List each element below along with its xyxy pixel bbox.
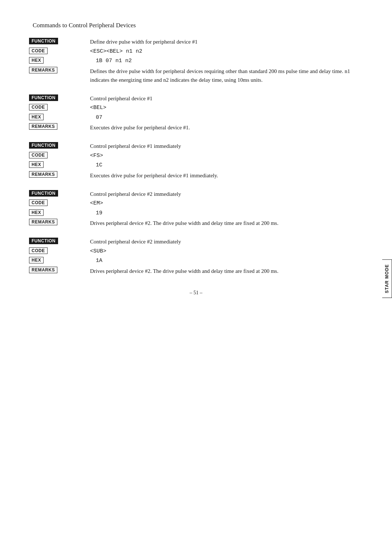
hex-text-4: 19 [87,209,363,218]
remarks-text-2: Executes drive pulse for peripheral devi… [87,123,363,132]
function-row-4: FUNCTION Control peripheral device #2 im… [29,190,363,198]
remarks-text-5: Drives peripheral device #2. The drive p… [87,267,363,275]
hex-label-3: HEX [29,161,44,168]
function-row-1: FUNCTION Define drive pulse width for pe… [29,38,363,46]
hex-label-2: HEX [29,114,44,120]
hex-row-4: HEX 19 [29,209,363,218]
code-row-5: CODE <SUB> [29,247,363,256]
hex-label-5: HEX [29,257,44,263]
remarks-row-4: REMARKS Drives peripheral device #2. The… [29,219,363,227]
hex-label-1: HEX [29,57,44,64]
code-label-2: CODE [29,104,48,110]
commands-container: FUNCTION Define drive pulse width for pe… [29,38,363,275]
hex-row-2: HEX 07 [29,114,363,122]
remarks-row-1: REMARKS Defines the drive pulse width fo… [29,67,363,84]
remarks-label-1: REMARKS [29,67,57,73]
function-text-3: Control peripheral device #1 immediately [87,142,363,150]
hex-text-2: 07 [87,114,363,122]
function-row-5: FUNCTION Control peripheral device #2 im… [29,238,363,246]
code-row-3: CODE <FS> [29,152,363,160]
function-text-5: Control peripheral device #2 immediately [87,238,363,246]
hex-text-1: 1B 07 n1 n2 [87,57,363,65]
remarks-text-4: Drives peripheral device #2. The drive p… [87,219,363,227]
remarks-row-5: REMARKS Drives peripheral device #2. The… [29,267,363,275]
function-label-1: FUNCTION [29,38,58,44]
remarks-row-3: REMARKS Executes drive pulse for periphe… [29,171,363,180]
code-label-3: CODE [29,152,48,158]
function-text-2: Control peripheral device #1 [87,94,363,103]
function-text-1: Define drive pulse width for peripheral … [87,38,363,46]
command-block-5: FUNCTION Control peripheral device #2 im… [29,238,363,275]
page-number: – 51 – [29,290,363,296]
remarks-label-4: REMARKS [29,219,57,225]
function-row-2: FUNCTION Control peripheral device #1 [29,94,363,103]
command-block-3: FUNCTION Control peripheral device #1 im… [29,142,363,180]
remarks-text-1: Defines the drive pulse width for periph… [87,67,363,84]
command-block-4: FUNCTION Control peripheral device #2 im… [29,190,363,228]
code-row-4: CODE <EM> [29,199,363,208]
code-text-5: <SUB> [87,247,363,256]
hex-row-3: HEX 1C [29,161,363,170]
function-label-4: FUNCTION [29,190,58,197]
code-label-5: CODE [29,247,48,254]
code-text-4: <EM> [87,199,363,208]
code-row-1: CODE <ESC><BEL> n1 n2 [29,48,363,56]
star-mode-tab: STAR MODE [382,259,392,298]
function-label-2: FUNCTION [29,94,58,101]
code-text-3: <FS> [87,152,363,160]
remarks-label-3: REMARKS [29,171,57,178]
code-text-1: <ESC><BEL> n1 n2 [87,48,363,56]
function-label-3: FUNCTION [29,142,58,149]
page-title: Commands to Control Peripheral Devices [33,22,363,29]
code-row-2: CODE <BEL> [29,104,363,112]
code-label-4: CODE [29,199,48,206]
remarks-row-2: REMARKS Executes drive pulse for periphe… [29,123,363,132]
hex-row-1: HEX 1B 07 n1 n2 [29,57,363,65]
hex-text-3: 1C [87,161,363,170]
remarks-text-3: Executes drive pulse for peripheral devi… [87,171,363,180]
function-label-5: FUNCTION [29,238,58,244]
remarks-label-5: REMARKS [29,267,57,273]
code-text-2: <BEL> [87,104,363,112]
remarks-label-2: REMARKS [29,123,57,130]
function-text-4: Control peripheral device #2 immediately [87,190,363,198]
hex-row-5: HEX 1A [29,257,363,265]
code-label-1: CODE [29,48,48,54]
hex-label-4: HEX [29,209,44,216]
hex-text-5: 1A [87,257,363,265]
command-block-2: FUNCTION Control peripheral device #1 CO… [29,94,363,132]
command-block-1: FUNCTION Define drive pulse width for pe… [29,38,363,84]
function-row-3: FUNCTION Control peripheral device #1 im… [29,142,363,150]
